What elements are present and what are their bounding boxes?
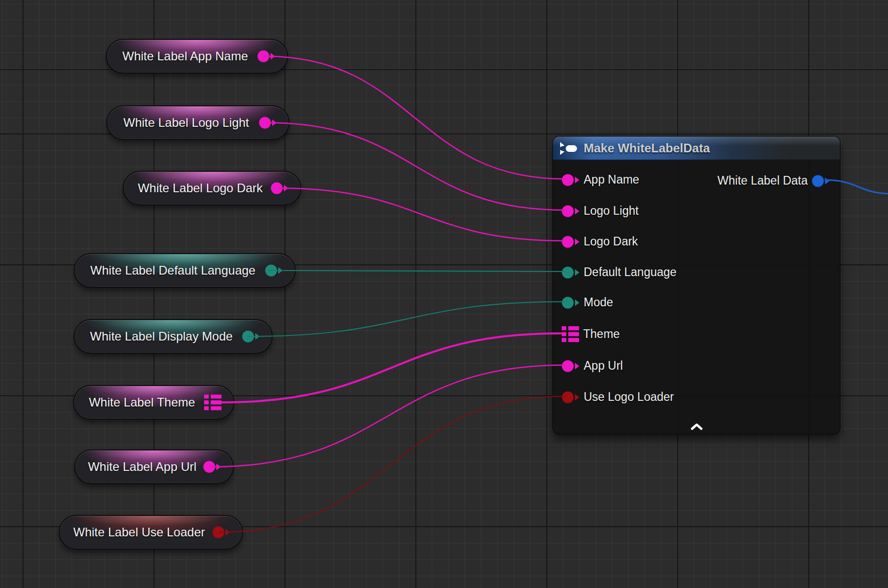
circle-pin-icon (212, 526, 230, 539)
node-header[interactable]: Make WhiteLabelData (553, 137, 840, 160)
collapse-node-button[interactable] (691, 423, 703, 430)
variable-node-white-label-logo-light[interactable]: White Label Logo Light (106, 105, 290, 140)
output-pin[interactable] (271, 182, 288, 195)
variable-node-label: White Label Logo Light (115, 116, 258, 130)
variable-node-white-label-theme[interactable]: White Label Theme (73, 385, 234, 420)
variable-node-label: White Label Logo Dark (131, 181, 270, 195)
circle-pin-icon (257, 50, 275, 63)
circle-pin-icon (562, 173, 580, 187)
variable-node-white-label-display-mode[interactable]: White Label Display Mode (74, 319, 273, 354)
variable-node-label: White Label App Name (114, 49, 256, 63)
output-pin[interactable] (812, 174, 830, 188)
output-pin[interactable] (212, 526, 230, 539)
input-pin-label: Logo Dark (584, 235, 638, 248)
variable-node-white-label-default-language[interactable]: White Label Default Language (74, 253, 296, 288)
variable-node-white-label-app-name[interactable]: White Label App Name (106, 39, 288, 74)
struct-pin-icon (204, 395, 221, 411)
input-pin-row-logo-light: Logo Light (562, 204, 638, 218)
output-pin[interactable] (259, 116, 277, 129)
output-pin[interactable] (242, 330, 260, 343)
struct-pin-icon (562, 326, 579, 342)
input-pin[interactable] (562, 326, 579, 342)
circle-pin-icon (562, 391, 580, 404)
input-pin-row-logo-dark: Logo Dark (562, 235, 638, 248)
input-pin[interactable] (562, 266, 580, 279)
variable-node-white-label-app-url[interactable]: White Label App Url (74, 449, 234, 484)
output-pin-row-white-label-data: White Label Data (718, 174, 830, 188)
output-pin-label: White Label Data (718, 174, 808, 188)
variable-node-label: White Label Default Language (82, 263, 264, 278)
circle-pin-icon (562, 205, 580, 218)
input-pin-row-mode: Mode (562, 296, 613, 309)
input-pin[interactable] (562, 173, 580, 187)
nodes-layer: White Label App NameWhite Label Logo Lig… (0, 0, 888, 588)
circle-pin-icon (812, 174, 830, 188)
circle-pin-icon (562, 235, 580, 248)
input-pin[interactable] (562, 296, 580, 309)
input-pin-label: Default Language (584, 265, 677, 279)
variable-node-label: White Label Use Loader (67, 525, 211, 539)
input-pin-label: Mode (584, 296, 613, 309)
circle-pin-icon (242, 330, 260, 343)
variable-node-label: White Label Theme (81, 395, 203, 410)
variable-node-label: White Label Display Mode (82, 329, 241, 344)
circle-pin-icon (562, 359, 580, 373)
input-pin-row-default-language: Default Language (562, 265, 677, 279)
circle-pin-icon (265, 264, 283, 277)
circle-pin-icon (203, 460, 221, 473)
input-pin-label: Use Logo Loader (584, 390, 674, 404)
input-pin[interactable] (562, 205, 580, 218)
input-pin-label: Logo Light (584, 204, 638, 218)
make-whitelabeldata-node[interactable]: Make WhiteLabelData App NameLogo LightLo… (552, 136, 840, 435)
variable-node-label: White Label App Url (82, 460, 202, 474)
output-pin[interactable] (203, 460, 221, 473)
input-pin[interactable] (562, 391, 580, 404)
circle-pin-icon (259, 116, 277, 129)
input-pin-row-app-name: App Name (562, 173, 639, 187)
circle-pin-icon (271, 182, 288, 195)
input-pin-label: App Url (584, 359, 623, 373)
make-struct-icon (559, 142, 578, 155)
input-pin[interactable] (562, 359, 580, 373)
output-pin[interactable] (257, 50, 275, 63)
input-pin-label: Theme (583, 327, 620, 341)
input-pin-row-use-logo-loader: Use Logo Loader (562, 390, 674, 404)
variable-node-white-label-use-loader[interactable]: White Label Use Loader (59, 515, 243, 550)
input-pin-label: App Name (584, 173, 639, 187)
node-title: Make WhiteLabelData (584, 141, 710, 155)
circle-pin-icon (562, 266, 580, 279)
chevron-up-icon (691, 423, 703, 430)
blueprint-graph-canvas[interactable]: White Label App NameWhite Label Logo Lig… (0, 0, 888, 588)
input-pin-row-theme: Theme (562, 326, 620, 342)
output-pin[interactable] (204, 395, 221, 411)
input-pin[interactable] (562, 235, 580, 248)
input-pin-row-app-url: App Url (562, 359, 623, 373)
variable-node-white-label-logo-dark[interactable]: White Label Logo Dark (123, 171, 301, 206)
circle-pin-icon (562, 296, 580, 309)
output-pin[interactable] (265, 264, 283, 277)
